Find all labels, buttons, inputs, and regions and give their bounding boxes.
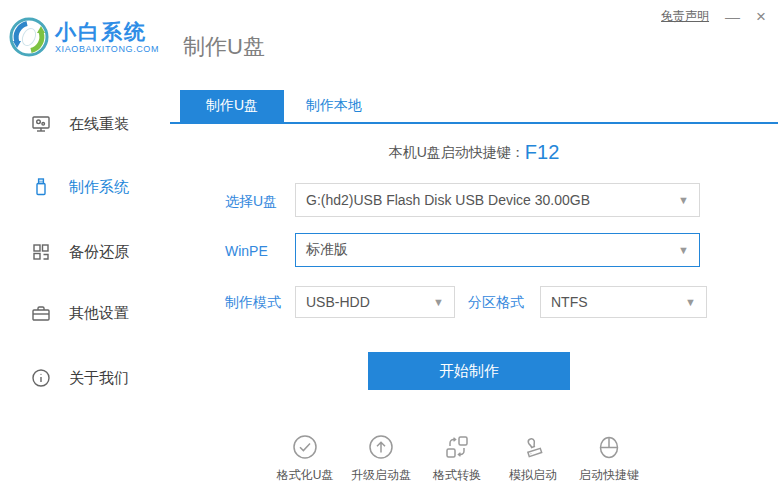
- tool-label: 格式转换: [433, 467, 481, 484]
- briefcase-settings-icon: [30, 302, 52, 324]
- tool-label: 模拟启动: [509, 467, 557, 484]
- tool-format-convert[interactable]: 格式转换: [419, 434, 495, 484]
- partition-select-value: NTFS: [551, 294, 588, 310]
- sidebar-item-online-reinstall[interactable]: 在线重装: [30, 111, 129, 137]
- monitor-reinstall-icon: [30, 113, 52, 135]
- sidebar-item-label: 在线重装: [69, 115, 129, 134]
- sidebar-item-label: 备份还原: [69, 243, 129, 262]
- logo-globe-icon: [8, 16, 50, 58]
- chevron-down-icon: ▼: [678, 244, 689, 256]
- winpe-select-value: 标准版: [306, 241, 348, 259]
- mode-select-label: 制作模式: [225, 294, 281, 312]
- app-window: 免责声明 — × 小白系统 XIAOBAIXITONG.COM 制作U盘 在线重…: [0, 0, 778, 488]
- page-title: 制作U盘: [183, 32, 265, 62]
- sidebar-item-about-us[interactable]: 关于我们: [30, 365, 129, 391]
- winpe-select-label: WinPE: [225, 243, 268, 259]
- simulate-boot-icon: [520, 434, 546, 460]
- close-button[interactable]: ×: [756, 8, 766, 25]
- boot-hotkey-icon: [596, 434, 622, 460]
- brand-domain: XIAOBAIXITONG.COM: [55, 44, 159, 54]
- tab-make-local[interactable]: 制作本地: [284, 90, 384, 122]
- sidebar-item-backup-restore[interactable]: 备份还原: [30, 239, 129, 265]
- logo-text: 小白系统 XIAOBAIXITONG.COM: [55, 20, 159, 54]
- chevron-down-icon: ▼: [685, 296, 696, 308]
- sidebar-item-label: 其他设置: [69, 304, 129, 323]
- winpe-select[interactable]: 标准版 ▼: [295, 233, 700, 267]
- tool-simulate-boot[interactable]: 模拟启动: [495, 434, 571, 484]
- app-logo: 小白系统 XIAOBAIXITONG.COM: [8, 16, 159, 58]
- upgrade-boot-icon: [368, 434, 394, 460]
- footer-toolbar: 格式化U盘 升级启动盘 格式转换: [267, 434, 647, 484]
- sidebar-item-make-system[interactable]: 制作系统: [30, 174, 129, 200]
- usb-select-value: G:(hd2)USB Flash Disk USB Device 30.00GB: [306, 192, 590, 208]
- tool-label: 格式化U盘: [277, 467, 334, 484]
- tool-format-usb[interactable]: 格式化U盘: [267, 434, 343, 484]
- boot-hotkey-line: 本机U盘启动快捷键：F12: [170, 141, 778, 164]
- format-usb-icon: [292, 434, 318, 460]
- partition-select[interactable]: NTFS ▼: [540, 286, 707, 318]
- mode-select-value: USB-HDD: [306, 294, 370, 310]
- window-controls: 免责声明 — ×: [661, 8, 766, 25]
- usb-drive-icon: [30, 176, 52, 198]
- backup-restore-icon: [30, 241, 52, 263]
- tool-upgrade-boot[interactable]: 升级启动盘: [343, 434, 419, 484]
- disclaimer-link[interactable]: 免责声明: [661, 8, 709, 25]
- brand-name: 小白系统: [55, 20, 159, 43]
- usb-select-label: 选择U盘: [225, 193, 277, 211]
- sidebar-item-other-settings[interactable]: 其他设置: [30, 300, 129, 326]
- chevron-down-icon: ▼: [678, 194, 689, 206]
- mode-select[interactable]: USB-HDD ▼: [295, 286, 455, 318]
- boot-hotkey-label: 本机U盘启动快捷键：: [389, 144, 525, 160]
- tool-label: 启动快捷键: [579, 467, 639, 484]
- start-make-button[interactable]: 开始制作: [368, 352, 570, 390]
- chevron-down-icon: ▼: [433, 296, 444, 308]
- tab-make-usb[interactable]: 制作U盘: [180, 90, 284, 122]
- sidebar-item-label: 制作系统: [69, 178, 129, 197]
- tool-label: 升级启动盘: [351, 467, 411, 484]
- info-icon: [30, 367, 52, 389]
- tool-boot-hotkey[interactable]: 启动快捷键: [571, 434, 647, 484]
- tab-bar: 制作U盘 制作本地: [170, 90, 778, 124]
- sidebar-item-label: 关于我们: [69, 369, 129, 388]
- format-convert-icon: [444, 434, 470, 460]
- partition-select-label: 分区格式: [468, 294, 524, 312]
- usb-select[interactable]: G:(hd2)USB Flash Disk USB Device 30.00GB…: [295, 183, 700, 217]
- boot-hotkey-value: F12: [525, 141, 559, 163]
- minimize-button[interactable]: —: [725, 9, 740, 24]
